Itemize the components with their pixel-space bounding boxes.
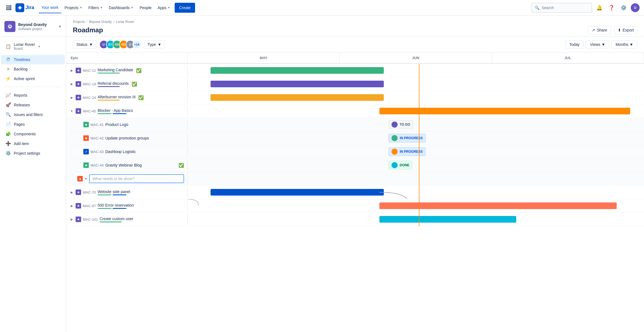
sidebar-item-components[interactable]: 🧩 Components: [1, 129, 65, 139]
user-avatar[interactable]: U: [631, 3, 640, 12]
epic-name[interactable]: 500 Error reservation: [98, 203, 134, 207]
share-button[interactable]: ↗ Share: [588, 26, 611, 34]
sidebar-item-issues[interactable]: 🔍 Issues and filters: [1, 110, 65, 119]
sidebar-item-pages[interactable]: 📄 Pages: [1, 119, 65, 129]
epic-id: MAC-12: [83, 68, 96, 73]
epic-cell-mac19: ▶ ★ MAC-19 Referral discounts ✅: [66, 79, 188, 89]
row-expand-icon[interactable]: ▼: [70, 109, 74, 113]
project-header[interactable]: Beyond Gravity Software project ▼: [0, 19, 66, 37]
gantt-bar[interactable]: [211, 189, 384, 196]
gantt-bar[interactable]: [211, 94, 384, 101]
nav-dashboards[interactable]: Dashboards ▼: [106, 2, 136, 13]
chip-avatar: [392, 162, 398, 168]
epic-type-icon: ★: [76, 81, 81, 87]
breadcrumb-lunar-rover[interactable]: Lunar Rover: [116, 20, 134, 24]
gantt-bar[interactable]: [379, 108, 630, 114]
epic-name[interactable]: Referral discounts: [98, 81, 129, 86]
jira-wordmark: Jira: [25, 5, 34, 10]
tools-section: 📈 Reports 🚀 Releases 🔍 Issues and filter…: [0, 89, 66, 159]
new-item-input[interactable]: [89, 174, 184, 183]
nav-projects[interactable]: Projects ▼: [62, 2, 85, 13]
grid-menu-icon[interactable]: [4, 3, 13, 12]
sidebar-item-board[interactable]: 📋 Lunar Rover Board ▼: [1, 40, 65, 53]
today-button[interactable]: Today: [565, 40, 584, 49]
sidebar-item-settings[interactable]: ⚙️ Project settings: [1, 148, 65, 158]
nav-apps[interactable]: Apps ▼: [155, 2, 173, 13]
sidebar-divider: [4, 87, 62, 87]
epic-name[interactable]: Update promotion groups: [105, 136, 184, 140]
notifications-icon[interactable]: 🔔: [594, 3, 604, 13]
epic-id: MAC-101: [83, 217, 98, 222]
svg-rect-0: [6, 5, 8, 7]
svg-rect-1: [8, 5, 10, 7]
breadcrumb-beyond-gravity[interactable]: Beyond Gravity: [89, 20, 112, 24]
row-expand-icon[interactable]: ▶: [70, 69, 74, 72]
epic-name[interactable]: Marketing Candidate: [98, 68, 133, 72]
avatar-more[interactable]: +14: [132, 40, 141, 49]
nav-people[interactable]: People: [137, 2, 155, 13]
main-layout: Beyond Gravity Software project ▼ 📋 Luna…: [0, 15, 644, 332]
sidebar-item-backlog[interactable]: ≡ Backlog: [1, 64, 65, 74]
months-button[interactable]: Months ▼: [611, 40, 637, 49]
timeline-cell-mac44: DONE: [188, 159, 644, 172]
views-button[interactable]: Views ▼: [586, 40, 609, 49]
status-filter[interactable]: Status ▼: [73, 40, 97, 49]
timelines-icon: ⏱: [6, 57, 11, 62]
row-expand-icon[interactable]: ▶: [70, 218, 74, 221]
status-badge: TO DO: [388, 120, 413, 129]
search-box[interactable]: 🔍 Search: [531, 3, 592, 13]
epic-type-icon: ★: [76, 203, 81, 209]
epic-cell-mac101: ▶ ★ MAC-101 Create custom user: [66, 214, 188, 225]
gantt-bar[interactable]: [211, 67, 384, 74]
epic-type-icon: ★: [76, 68, 81, 73]
epic-name[interactable]: Website side panel: [98, 189, 130, 194]
months-chevron-icon: ▼: [629, 42, 633, 47]
epic-name[interactable]: Blocker - App Basics: [98, 108, 133, 113]
settings-icon[interactable]: ⚙️: [619, 3, 629, 13]
add-label: Add item: [14, 141, 60, 146]
sidebar-item-releases[interactable]: 🚀 Releases: [1, 100, 65, 110]
create-button[interactable]: Create: [175, 3, 195, 13]
epic-name[interactable]: Dashloop Logistic: [105, 149, 184, 154]
epic-cell-mac40: ▼ ★ MAC-40 Blocker - App Basics: [66, 106, 188, 116]
gantt-bar[interactable]: [211, 81, 384, 87]
status-badge: IN PROGRESS: [388, 134, 426, 143]
epic-id: MAC-41: [91, 123, 104, 127]
status-label: IN PROGRESS: [400, 136, 423, 140]
gantt-bar[interactable]: [379, 216, 516, 223]
svg-rect-4: [8, 7, 10, 9]
epic-cell-mac42: ■ MAC-42 Update promotion groups: [66, 133, 188, 143]
sidebar-item-reports[interactable]: 📈 Reports: [1, 90, 65, 100]
svg-rect-5: [10, 7, 11, 9]
epic-name-row: Create custom user: [100, 217, 133, 222]
epic-name[interactable]: Gravity Webinar Blog: [105, 163, 176, 167]
grid-body: ▶ ★ MAC-12 Marketing Candidate ✅: [66, 64, 644, 226]
jira-logo[interactable]: Jira: [15, 3, 34, 12]
row-expand-icon[interactable]: ▶: [70, 204, 74, 208]
epic-name[interactable]: Afterburner revision III: [98, 95, 136, 99]
help-icon[interactable]: ❓: [606, 3, 616, 13]
type-filter[interactable]: Type ▼: [144, 40, 165, 49]
nav-your-work[interactable]: Your work: [39, 2, 61, 13]
nav-filters[interactable]: Filters ▼: [86, 2, 105, 13]
epic-underline: [100, 222, 122, 222]
breadcrumb-projects[interactable]: Projects: [73, 20, 85, 24]
svg-rect-7: [8, 9, 10, 10]
svg-rect-3: [6, 7, 8, 9]
sidebar-item-timelines[interactable]: ⏱ Timelines: [1, 55, 65, 64]
gantt-bar[interactable]: [379, 202, 617, 209]
row-expand-icon[interactable]: ▶: [70, 96, 74, 99]
epic-name[interactable]: Create custom user: [100, 217, 133, 221]
epic-cell-mac24: ▶ ★ MAC-24 Afterburner revision III ✅: [66, 93, 188, 103]
sidebar-item-sprint[interactable]: ⚡ Active sprint: [1, 74, 65, 83]
table-row: ▶ ★ MAC-101 Create custom user: [66, 213, 644, 226]
new-item-chevron-icon[interactable]: ▼: [84, 177, 87, 180]
sidebar: Beyond Gravity Software project ▼ 📋 Luna…: [0, 15, 66, 332]
export-button[interactable]: ⬆ Export: [614, 26, 637, 34]
row-expand-icon[interactable]: ▶: [70, 191, 74, 194]
table-row: ▶ ★ MAC-24 Afterburner revision III ✅: [66, 91, 644, 104]
row-expand-icon[interactable]: ▶: [70, 82, 74, 86]
sidebar-item-add-item[interactable]: ➕ Add item: [1, 139, 65, 148]
table-row: ▶ ★ MAC-19 Referral discounts ✅: [66, 77, 644, 91]
epic-name[interactable]: Product Logo: [105, 122, 184, 127]
